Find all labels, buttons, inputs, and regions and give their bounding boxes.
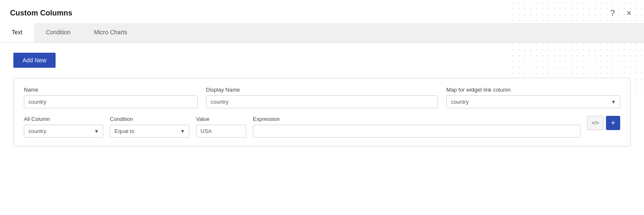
help-button[interactable]: ? <box>608 8 617 19</box>
display-name-label: Display Name <box>206 87 438 93</box>
close-button[interactable]: × <box>624 8 634 19</box>
dialog-content: Add New Name Display Name Map for widget… <box>0 43 644 156</box>
code-button[interactable]: </> <box>587 116 603 130</box>
condition-field-group: Condition Equal to Not equal to Greater … <box>110 116 189 138</box>
all-column-select-wrapper: country ▼ <box>24 125 103 138</box>
condition-select-wrapper: Equal to Not equal to Greater than Less … <box>110 125 189 138</box>
dialog-header: Custom Columns ? × <box>0 0 644 23</box>
name-input[interactable] <box>24 95 198 108</box>
name-field-group: Name <box>24 87 198 108</box>
map-select[interactable]: country <box>446 95 620 108</box>
value-field-group: Value <box>196 116 246 138</box>
tab-micro-charts[interactable]: Micro Charts <box>82 23 139 42</box>
add-new-button[interactable]: Add New <box>13 53 56 68</box>
map-select-wrapper: country ▼ <box>446 95 620 108</box>
map-field-group: Map for widget link column country ▼ <box>446 87 620 108</box>
all-column-field-group: All Column country ▼ <box>24 116 103 138</box>
expression-input[interactable] <box>253 125 580 138</box>
add-row-button[interactable]: + <box>606 116 620 130</box>
header-actions: ? × <box>608 8 634 19</box>
tabs-bar: Text Condition Micro Charts <box>0 23 644 43</box>
value-label: Value <box>196 116 246 122</box>
row-actions: </> + <box>587 116 620 131</box>
display-name-field-group: Display Name <box>206 87 438 108</box>
display-name-input[interactable] <box>206 95 438 108</box>
map-label: Map for widget link column <box>446 87 620 93</box>
expression-label: Expression <box>253 116 580 122</box>
expression-field-group: Expression <box>253 116 580 138</box>
form-card: Name Display Name Map for widget link co… <box>13 78 631 146</box>
dialog-title: Custom Columns <box>10 9 72 18</box>
custom-columns-dialog: Custom Columns ? × Text Condition Micro … <box>0 0 644 215</box>
condition-label: Condition <box>110 116 189 122</box>
form-row-1: Name Display Name Map for widget link co… <box>24 87 620 108</box>
tab-text[interactable]: Text <box>0 23 34 42</box>
name-label: Name <box>24 87 198 93</box>
form-row-2: All Column country ▼ Condition Equal to … <box>24 116 620 138</box>
value-input[interactable] <box>196 125 246 138</box>
all-column-select[interactable]: country <box>24 125 103 138</box>
all-column-label: All Column <box>24 116 103 122</box>
tab-condition[interactable]: Condition <box>34 23 82 42</box>
condition-select[interactable]: Equal to Not equal to Greater than Less … <box>110 125 189 138</box>
